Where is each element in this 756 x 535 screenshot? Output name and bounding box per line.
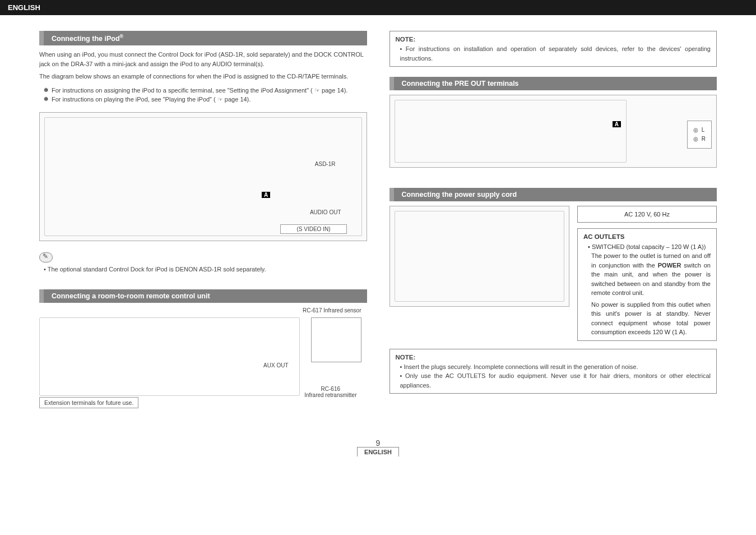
- diag-badge-a: A: [262, 192, 270, 198]
- preout-lr-box: ◎ L ◎ R: [687, 121, 712, 149]
- right-column: NOTE: For instructions on installation a…: [389, 31, 717, 416]
- diagram-art-sensor: Output Input: [311, 317, 361, 362]
- ac-outlets-text1: The power to the outlet is turned on and…: [583, 251, 711, 298]
- note2-title: NOTE:: [396, 353, 711, 362]
- ipod-intro-1: When using an iPod, you must connect the…: [39, 50, 367, 68]
- note2-bullet-1: Insert the plugs securely. Incomplete co…: [400, 362, 711, 372]
- ac-outlets-switched: SWITCHED (total capacity – 120 W (1 A)): [588, 242, 711, 252]
- top-language-band: ENGLISH: [0, 0, 756, 15]
- ipod-annot-1: For instructions on assigning the iPod t…: [44, 86, 367, 95]
- page-content: Connecting the iPod® When using an iPod,…: [0, 31, 756, 427]
- ipod-bullet-note-list: The optional standard Control Dock for i…: [39, 265, 367, 274]
- note-box-1: NOTE: For instructions on installation a…: [389, 31, 717, 67]
- note-icon: [39, 252, 53, 262]
- ac-outlets-list: SWITCHED (total capacity – 120 W (1 A)): [583, 242, 711, 252]
- diagram-art-preout-back: [395, 100, 627, 163]
- ipod-annot-2: For instructions on playing the iPod, se…: [44, 95, 367, 104]
- section-room-title: Connecting a room-to-room remote control…: [52, 292, 210, 300]
- ac-outlets-title: AC OUTLETS: [583, 232, 711, 242]
- diag-label-sensor: RC-617 Infrared sensor: [303, 307, 361, 313]
- power-right-col: AC 120 V, 60 Hz AC OUTLETS SWITCHED (tot…: [577, 206, 717, 340]
- section-power-title: Connecting the power supply cord: [402, 191, 517, 199]
- diag-label-asd: ASD-1R: [315, 161, 336, 167]
- power-cord-diagram: [389, 206, 569, 307]
- note1-bullet: For instructions on installation and ope…: [400, 44, 711, 63]
- section-header-ipod: Connecting the iPod®: [39, 31, 367, 45]
- bottom-language-box: ENGLISH: [0, 449, 756, 455]
- ipod-intro-2: The diagram below shows an example of co…: [39, 72, 367, 81]
- preout-badge-a: A: [613, 121, 621, 127]
- section-header-preout: Connecting the PRE OUT terminals: [389, 77, 717, 90]
- diagram-art: [44, 117, 362, 236]
- ac-outlets-box: AC OUTLETS SWITCHED (total capacity – 12…: [577, 228, 717, 340]
- note1-title: NOTE:: [396, 35, 711, 44]
- bottom-language-label: ENGLISH: [357, 447, 399, 456]
- left-column: Connecting the iPod® When using an iPod,…: [39, 31, 367, 416]
- diag-label-aux-out: AUX OUT: [263, 362, 288, 368]
- room-caption: Extension terminals for future use.: [39, 397, 138, 408]
- note2-bullets: Insert the plugs securely. Incomplete co…: [396, 362, 711, 390]
- ac-outlets-text2: No power is supplied from this outlet wh…: [583, 300, 711, 337]
- preout-label-l: L: [702, 127, 705, 133]
- page-number: 9: [0, 439, 756, 448]
- note2-bullet-2: Only use the AC OUTLETS for audio equipm…: [400, 371, 711, 390]
- note-box-2: NOTE: Insert the plugs securely. Incompl…: [389, 349, 717, 394]
- note1-bullets: For instructions on installation and ope…: [396, 44, 711, 63]
- ac-outlets-power-word: POWER: [658, 262, 681, 269]
- diag-label-retrans-2: Infrared retransmitter: [304, 392, 356, 398]
- ipod-annot-list: For instructions on assigning the iPod t…: [39, 86, 367, 104]
- diagram-art-backpanel: [39, 317, 300, 396]
- diag-label-retrans-1: RC-616: [321, 386, 340, 392]
- diag-label-svideo: (S VIDEO IN): [280, 224, 346, 234]
- diag-label-audio-out: AUDIO OUT: [310, 209, 341, 215]
- preout-label-r: R: [702, 136, 706, 142]
- top-language-label: ENGLISH: [8, 3, 40, 12]
- preout-diagram: A ◎ L ◎ R: [389, 95, 717, 168]
- section-header-power: Connecting the power supply cord: [389, 188, 717, 201]
- diag-label-retrans: RC-616 Infrared retransmitter: [304, 386, 356, 398]
- ipod-connection-diagram: ASD-1R A AUDIO OUT (S VIDEO IN): [39, 112, 367, 241]
- section-preout-title: Connecting the PRE OUT terminals: [402, 80, 519, 87]
- ac-rating-box: AC 120 V, 60 Hz: [577, 206, 717, 223]
- room-remote-diagram: RC-617 Infrared sensor Output Input AUX …: [39, 307, 367, 408]
- ipod-bullet-note: The optional standard Control Dock for i…: [44, 265, 367, 274]
- diagram-art-power: [395, 211, 564, 302]
- section-header-room: Connecting a room-to-room remote control…: [39, 289, 367, 303]
- section-ipod-title: Connecting the iPod®: [52, 35, 123, 43]
- power-wrap: AC 120 V, 60 Hz AC OUTLETS SWITCHED (tot…: [389, 206, 717, 340]
